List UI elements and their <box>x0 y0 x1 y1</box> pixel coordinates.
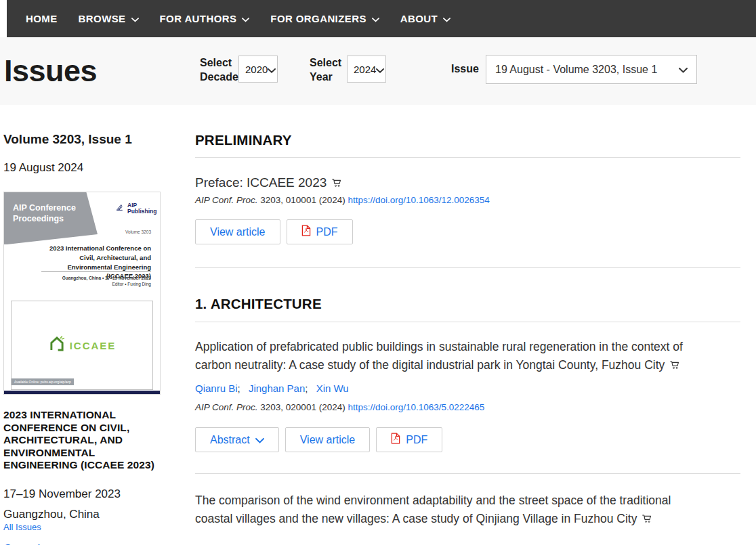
nav-home-label: HOME <box>26 13 58 24</box>
section-divider <box>195 322 740 322</box>
issue-select[interactable]: 19 August - Volume 3203, Issue 1 <box>486 55 697 84</box>
pdf-icon <box>301 225 311 239</box>
chevron-down-icon <box>679 64 688 76</box>
nav-item-for-authors[interactable]: FOR AUTHORS <box>160 13 250 24</box>
nav-item-home[interactable]: HOME <box>26 13 58 24</box>
page-header: Issues Select Decade 2020 Select Year 20… <box>0 37 756 105</box>
chevron-down-icon <box>443 13 450 24</box>
decade-select-value: 2020 <box>245 64 268 75</box>
nav-about-label: ABOUT <box>400 13 438 24</box>
view-article-button[interactable]: View article <box>195 219 280 244</box>
journal-abbrev: AIP Conf. Proc. <box>195 402 258 412</box>
article-title: Application of prefabricated public buil… <box>195 338 708 375</box>
citation-detail: 3203, 010001 (2024) <box>260 195 345 205</box>
iccaee-logo-text: ICCAEE <box>70 340 117 351</box>
add-to-cart-icon[interactable] <box>331 177 342 191</box>
doi-link[interactable]: https://doi.org/10.1063/5.0222465 <box>348 402 484 412</box>
chevron-down-icon <box>376 64 384 75</box>
chevron-down-icon <box>242 13 249 24</box>
aip-logo-icon <box>116 204 125 213</box>
nav-item-browse[interactable]: BROWSE <box>79 13 139 24</box>
article-citation: AIP Conf. Proc. 3203, 020001 (2024) http… <box>195 402 740 412</box>
cover-online-note: Available Online: pubs.aip.org/aip/acp <box>12 378 74 385</box>
cover-series-title: AIP Conference Proceedings <box>13 202 89 225</box>
section-heading-preliminary: PRELIMINARY <box>195 132 740 148</box>
issue-date: 19 August 2024 <box>3 161 161 175</box>
section-divider <box>195 267 740 268</box>
year-select-value: 2024 <box>354 64 376 75</box>
article-title: Preface: ICCAEE 2023 <box>195 175 740 192</box>
volume-issue-title: Volume 3203, Issue 1 <box>3 132 161 147</box>
section-divider <box>195 157 740 158</box>
year-select[interactable]: 2024 <box>347 56 386 83</box>
add-to-cart-icon[interactable] <box>669 359 680 373</box>
chevron-down-icon <box>255 434 264 446</box>
nav-for-authors-label: FOR AUTHORS <box>160 13 237 24</box>
article-item: The comparison of the wind environment a… <box>195 492 740 529</box>
article-title: The comparison of the wind environment a… <box>195 492 708 529</box>
section-heading-architecture: 1. ARCHITECTURE <box>195 296 740 312</box>
pdf-button[interactable]: PDF <box>287 219 353 244</box>
doi-link[interactable]: https://doi.org/10.1063/12.0026354 <box>348 195 489 205</box>
page-title: Issues <box>4 53 97 89</box>
cover-logo-box: ICCAEE <box>11 301 153 390</box>
nav-browse-label: BROWSE <box>79 13 126 24</box>
nav-item-for-organizers[interactable]: FOR ORGANIZERS <box>270 13 379 24</box>
content-area: Volume 3203, Issue 1 19 August 2024 AIP … <box>0 105 756 545</box>
aip-logo-text: AIP Publishing <box>127 202 152 215</box>
author-link[interactable]: Qianru Bi <box>195 383 238 394</box>
journal-abbrev: AIP Conf. Proc. <box>195 195 258 205</box>
conference-dates: 17–19 November 2023 <box>3 487 161 501</box>
article-item: Preface: ICCAEE 2023 AIP Conf. Proc. 320… <box>195 175 740 244</box>
author-list: Qianru Bi; Jinghan Pan; Xin Wu <box>195 383 740 394</box>
iccaee-house-icon <box>48 335 66 355</box>
view-article-button[interactable]: View article <box>285 427 371 452</box>
decade-select[interactable]: 2020 <box>238 56 278 83</box>
cover-meta: Guangzhou, China • 17–19 November 2023 <box>62 276 151 280</box>
issue-sidebar: Volume 3203, Issue 1 19 August 2024 AIP … <box>3 132 161 545</box>
conference-title: 2023 INTERNATIONAL CONFERENCE ON CIVIL, … <box>3 409 161 472</box>
chevron-down-icon <box>131 13 139 24</box>
select-year-label: Select Year <box>310 56 345 84</box>
article-actions: Abstract View article PDF <box>195 427 740 452</box>
cover-volume-label: Volume 3203 <box>125 230 151 234</box>
aip-publishing-logo: AIP Publishing <box>116 202 152 215</box>
cover-editor: Editor • Fuxing Ding <box>112 282 151 286</box>
nav-item-about[interactable]: ABOUT <box>400 13 450 24</box>
chevron-down-icon <box>372 13 379 24</box>
citation-detail: 3203, 020001 (2024) <box>260 402 345 412</box>
author-link[interactable]: Jinghan Pan <box>249 383 305 394</box>
add-to-cart-icon[interactable] <box>642 513 652 527</box>
issue-cover-image[interactable]: AIP Conference Proceedings AIP Publishin… <box>3 192 161 395</box>
article-divider <box>195 473 740 474</box>
chevron-down-icon <box>268 64 276 75</box>
conference-location: Guangzhou, China <box>3 508 161 521</box>
article-citation: AIP Conf. Proc. 3203, 010001 (2024) http… <box>195 195 740 205</box>
author-link[interactable]: Xin Wu <box>316 383 349 394</box>
cover-image-link[interactable]: Cover Image <box>3 542 161 545</box>
pdf-icon <box>391 433 400 447</box>
cover-divider <box>41 271 151 272</box>
nav-for-organizers-label: FOR ORGANIZERS <box>270 13 366 24</box>
article-item: Application of prefabricated public buil… <box>195 338 740 452</box>
cover-navy-bar <box>4 391 160 394</box>
pdf-button[interactable]: PDF <box>376 427 442 452</box>
all-issues-link[interactable]: All Issues <box>3 522 161 532</box>
issue-label: Issue <box>451 62 479 76</box>
top-navigation: HOME BROWSE FOR AUTHORS FOR ORGANIZERS A… <box>7 0 756 37</box>
article-actions: View article PDF <box>195 219 740 244</box>
issue-article-list: PRELIMINARY Preface: ICCAEE 2023 AIP Con… <box>195 132 740 529</box>
issue-select-value: 19 August - Volume 3203, Issue 1 <box>495 64 657 76</box>
abstract-button[interactable]: Abstract <box>195 427 279 452</box>
